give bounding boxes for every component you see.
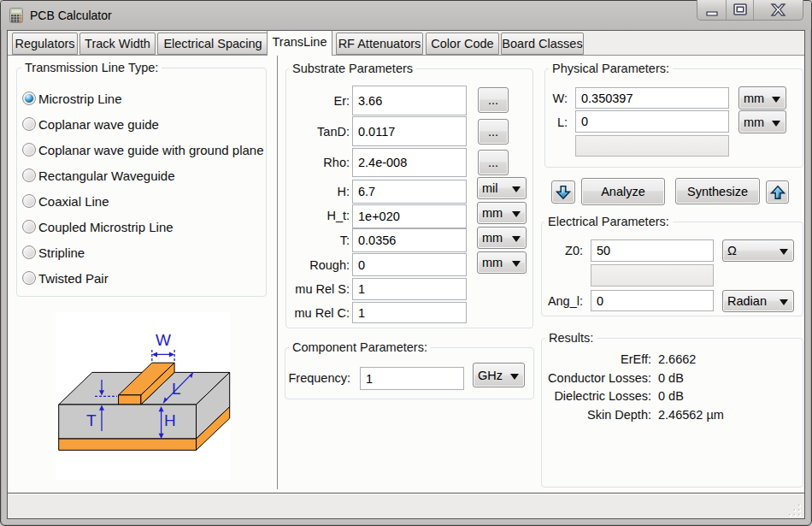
svg-text:W: W <box>156 331 171 349</box>
svg-text:L: L <box>172 380 181 398</box>
svg-text:T: T <box>86 411 97 429</box>
svg-text:H: H <box>164 411 176 429</box>
